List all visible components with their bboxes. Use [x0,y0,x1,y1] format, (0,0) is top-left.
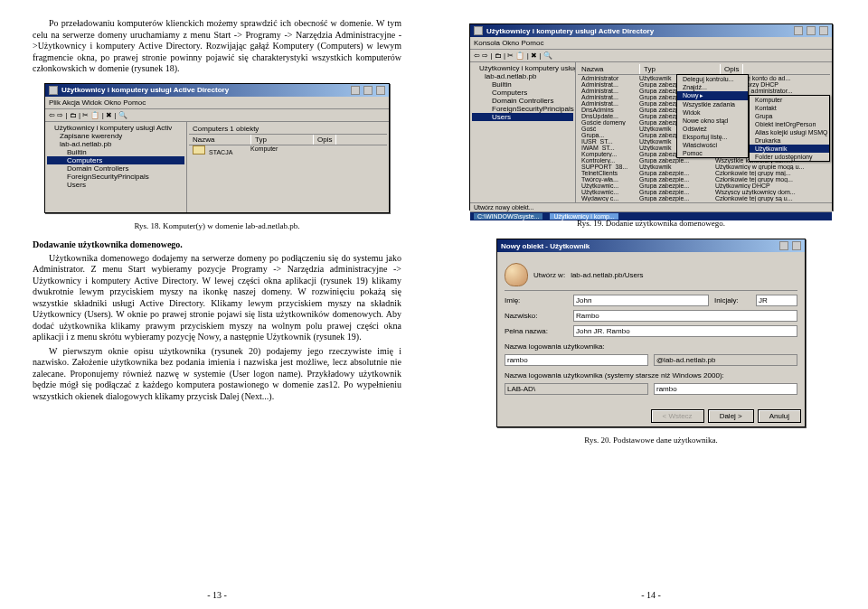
inicjaly-input[interactable] [756,295,797,306]
tree-item-computers[interactable]: Computers [47,156,184,164]
context-menu-1[interactable]: Deleguj kontrolu...Znajdź...Nowy ▸Wszyst… [676,74,749,158]
logon2-input[interactable] [654,383,797,395]
tree-item-users[interactable]: Users [472,113,573,121]
menu-item[interactable]: Wszystkie zadania [677,100,748,108]
fig20-caption: Rys. 20. Podstawowe dane użytkownika. [467,436,835,445]
fig18-list: Computers 1 obiekty Nazwa Typ Opis STACJ… [187,122,389,212]
menu-item[interactable]: Eksportuj listę... [677,133,748,141]
tree-item[interactable]: Domain Controllers [472,97,573,105]
tree-item[interactable]: ForeignSecurityPrincipals [47,173,184,181]
next-button[interactable]: Dalej > [708,409,754,423]
menu-item[interactable]: Alias kolejki usługi MSMQ [750,128,829,136]
page-14: Użytkownicy i komputery usługi Active Di… [434,0,868,609]
logon2-label: Nazwa logowania użytkownika (systemy sta… [505,371,797,379]
p2: Użytkownika domenowego dodajemy na serwe… [33,253,401,343]
fig19-toolbar[interactable]: ⇦ ⇨ | 🗀 | ✂ 📋 | ✖ | 🔍 [470,50,832,62]
tree-root[interactable]: Użytkownicy i komputery usługi Activ [47,124,184,132]
fig19-tree[interactable]: Użytkownicy i komputery usługi Activ lab… [470,62,576,202]
fig18-tree[interactable]: Użytkownicy i komputery usługi Activ Zap… [45,122,187,212]
logon-domain[interactable] [654,354,797,366]
list-row[interactable]: STACJA Komputer [189,145,387,155]
fig19-menu[interactable]: Konsola Okno Pomoc [470,37,832,50]
inicjaly-label: Inicjały: [714,296,750,304]
tree-item[interactable]: lab-ad.netlab.pb [47,140,184,148]
menu-item[interactable]: Obiekt inetOrgPerson [750,120,829,128]
close-icon[interactable] [792,241,801,250]
menu-item[interactable]: Właściwości [677,141,748,149]
fig19-window: Użytkownicy i komputery usługi Active Di… [469,23,833,211]
create-in-value: lab-ad.netlab.pb/Users [571,271,644,279]
p1: Po przeładowaniu komputerów klienckich m… [33,18,401,75]
tree-item[interactable]: Computers [472,89,573,97]
menu-item[interactable]: Grupa [750,112,829,120]
page-13: Po przeładowaniu komputerów klienckich m… [0,0,434,609]
menu-item[interactable]: Komputer [750,96,829,104]
nazwisko-input[interactable] [573,310,797,322]
list-row[interactable]: Twórcy-wła...Grupa zabezpie...Członkowie… [578,176,830,183]
close-icon[interactable] [819,26,828,35]
tree-item[interactable]: Builtin [472,80,573,89]
list-row[interactable]: Użytkownic...Grupa zabezpie...Użytkownic… [578,183,830,189]
list-row[interactable]: Użytkownic...Grupa zabezpie...Wszyscy uż… [578,189,830,195]
minimize-icon[interactable] [351,86,360,95]
fig18-titlebar: Użytkownicy i komputery usługi Active Di… [45,84,389,97]
close-icon[interactable] [376,86,385,95]
list-row[interactable]: TelnetClientsGrupa zabezpie...Członkowie… [578,170,830,176]
back-button: < Wstecz [651,409,704,423]
logon-input[interactable] [505,354,648,366]
menu-item[interactable]: Folder udostępniony [750,153,829,161]
create-in-label: Utwórz w: [533,271,565,279]
fig18-toolbar[interactable]: ⇦ ⇨ | 🗀 | ✂ 📋 | ✖ | 🔍 [45,109,389,122]
list-row[interactable]: SUPPORT_38...UżytkownikUżytkownicy w gru… [578,164,830,170]
tree-item[interactable]: Users [47,181,184,189]
fig18-caption: Rys. 18. Komputer(y) w domenie lab-ad.ne… [33,221,401,230]
tree-item[interactable]: Zapisane kwerendy [47,132,184,140]
p3: W pierwszym oknie opisu użytkownika (rys… [33,346,401,403]
cancel-button[interactable]: Anuluj [758,409,801,423]
fig20-dialog: Nowy obiekt - Użytkownik Utwórz w: lab-a… [496,239,806,427]
menu-item[interactable]: Użytkownik [750,145,829,153]
pelna-label: Pełna nazwa: [505,327,568,335]
tree-item[interactable]: Builtin [47,148,184,156]
menu-item[interactable]: Pomoc [677,149,748,157]
list-title: Computers 1 obiekty [189,124,387,135]
menu-item[interactable]: Kontakt [750,104,829,112]
tree-item[interactable]: ForeignSecurityPrincipals [472,105,573,113]
maximize-icon[interactable] [363,86,373,95]
fig20-title: Nowy obiekt - Użytkownik [501,242,590,250]
help-icon[interactable] [779,241,788,250]
menu-item[interactable]: Nowy ▸ [677,91,748,100]
menu-item[interactable]: Znajdź... [677,83,748,91]
menu-item[interactable]: Drukarka [750,136,829,145]
page-number-right: - 14 - [467,585,835,600]
computer-icon [193,145,205,155]
nazwisko-label: Nazwisko: [505,312,568,320]
heading-add-user: Dodawanie użytkownika domenowego. [33,239,401,249]
tree-item[interactable]: lab-ad.netlab.pb [472,72,573,80]
user-icon [505,263,528,286]
left-paragraph-2: Użytkownika domenowego dodajemy na serwe… [33,253,401,406]
page-number-left: - 13 - [33,585,401,600]
tree-item[interactable]: Domain Controllers [47,164,184,173]
menu-item[interactable]: Odśwież [677,125,748,133]
fig19-taskbar: C:\WINDOWS\syste... Użytkownicy i komp..… [470,211,832,220]
fig20-titlebar: Nowy obiekt - Użytkownik [497,239,805,252]
context-menu-2[interactable]: KomputerKontaktGrupaObiekt inetOrgPerson… [749,95,830,162]
tree-item[interactable]: Użytkownicy i komputery usługi Activ [472,64,573,72]
menu-item[interactable]: Deleguj kontrolu... [677,75,748,83]
left-paragraph-1: Po przeładowaniu komputerów klienckich m… [33,18,401,78]
menu-item[interactable]: Nowe okno stąd [677,117,748,125]
fig19-titlebar: Użytkownicy i komputery usługi Active Di… [470,24,832,37]
imie-input[interactable] [573,295,709,306]
pelna-input[interactable] [573,325,797,337]
list-row[interactable]: Wydawcy c...Grupa zabezpie...Członkowie … [578,195,830,201]
menu-item[interactable]: Widok [677,108,748,117]
fig18-menu[interactable]: Plik Akcja Widok Okno Pomoc [45,97,389,109]
fig19-title: Użytkownicy i komputery usługi Active Di… [486,27,654,35]
maximize-icon[interactable] [807,26,816,35]
imie-label: Imię: [505,296,568,304]
list-header: Nazwa Typ Opis [189,135,387,145]
minimize-icon[interactable] [794,26,803,35]
logon2-prefix [505,383,648,395]
logon-label: Nazwa logowania użytkownika: [505,342,797,351]
